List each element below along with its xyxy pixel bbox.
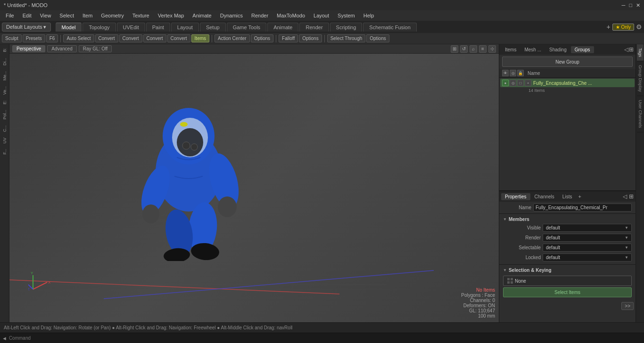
rp-tab-groups[interactable]: Groups [571,46,594,53]
options2-button[interactable]: Options [299,34,322,42]
selectable-dropdown[interactable]: default ▼ [543,244,632,252]
menu-select[interactable]: Select [56,12,78,19]
vp-rotate-icon[interactable]: ↺ [460,45,468,53]
tab-setup[interactable]: Setup [200,23,226,32]
tab-schematic-fusion[interactable]: Schematic Fusion [363,23,416,32]
group-plus-icon[interactable]: + [525,80,531,86]
menu-dynamics[interactable]: Dynamics [216,12,247,19]
convert3-button[interactable]: Convert [143,34,166,42]
tab-paint[interactable]: Paint [146,23,170,32]
options1-button[interactable]: Options [251,34,273,42]
right-vtab-group-display[interactable]: Group Display [637,61,644,96]
prop-tab-channels[interactable]: Channels [531,193,558,200]
select-through-button[interactable]: Select Through [327,34,366,42]
layout-dropdown[interactable]: Default Layouts ▾ [2,23,51,32]
menu-vertex-map[interactable]: Vertex Map [154,12,188,19]
menu-help[interactable]: Help [360,12,378,19]
render-dropdown[interactable]: default ▼ [543,234,632,242]
f6-button[interactable]: F6 [46,34,58,42]
left-tab-b[interactable]: B: [1,45,8,55]
rp-tab-mesh[interactable]: Mesh ... [520,46,545,53]
none-button[interactable]: None [503,276,632,286]
vp-tab-raygl[interactable]: Ray GL: Off [79,45,112,52]
left-tab-me[interactable]: Me... [1,68,8,83]
action-center-button[interactable]: Action Center [215,34,250,42]
vp-tab-advanced[interactable]: Advanced [47,45,76,52]
menu-system[interactable]: System [334,12,359,19]
members-section-header[interactable]: ▼ Members [503,216,632,223]
prop-tab-properties[interactable]: Properties [501,193,530,200]
prop-expand-icon[interactable]: ⊞ [629,193,634,200]
menu-render[interactable]: Render [248,12,272,19]
tab-layout[interactable]: Layout [171,23,199,32]
maximize-button[interactable]: □ [629,2,632,8]
menu-texture[interactable]: Texture [129,12,153,19]
presets-button[interactable]: Presets [23,34,45,42]
lock-icon[interactable]: 🔒 [517,70,524,76]
vp-fit-icon[interactable]: ⊞ [451,45,458,53]
options3-button[interactable]: Options [366,34,389,42]
tab-animate[interactable]: Animate [267,23,298,32]
right-vtab-user-channels[interactable]: User Channels [637,96,644,132]
tab-topology[interactable]: Topology [83,23,116,32]
minimize-button[interactable]: ─ [622,2,626,8]
visible-dropdown[interactable]: default ▼ [543,224,632,232]
rp-tab-shading[interactable]: Shading [545,46,570,53]
prop-pin-icon[interactable]: ◁ [623,193,627,200]
left-tab-f[interactable]: F... [1,146,8,157]
left-tab-e[interactable]: E: [1,98,8,107]
select-items-button[interactable]: Select Items [503,287,632,297]
vp-more-icon[interactable]: ⊹ [488,45,496,53]
group-eye-icon[interactable]: ● [502,80,509,86]
tab-render[interactable]: Render [299,23,329,32]
new-group-button[interactable]: New Group [502,57,633,67]
rp-tab-items[interactable]: Items [501,46,520,53]
left-tab-pol[interactable]: Pol... [1,107,8,122]
convert4-button[interactable]: Convert [167,34,190,42]
left-tab-uv[interactable]: UV [1,135,8,147]
tab-model[interactable]: Model [56,23,82,32]
sel-keying-header[interactable]: ▼ Selection & Keying [503,267,632,274]
sculpt-button[interactable]: Sculpt [2,34,22,42]
vp-tab-perspective[interactable]: Perspective [12,45,45,52]
group-row[interactable]: ● ◎ □ + Fully_Encapsulating_Che ... [500,79,635,87]
expand-button[interactable]: >> [621,302,634,310]
prop-tab-lists[interactable]: Lists [559,193,576,200]
vp-settings-icon[interactable]: ≡ [479,45,487,53]
falloff-button[interactable]: Falloff [279,34,298,42]
left-tab-c[interactable]: C... [1,122,8,135]
convert2-button[interactable]: Convert [119,34,142,42]
eye-icon[interactable]: 👁 [502,70,509,76]
plus-tab-icon[interactable]: + [606,23,610,31]
locked-dropdown[interactable]: default ▼ [543,253,632,261]
left-tab-di[interactable]: Di... [1,55,8,68]
rp-panel-pin-icon[interactable]: ◁ [624,46,628,53]
menu-geometry[interactable]: Geometry [97,12,127,19]
viewport[interactable]: Perspective Advanced Ray GL: Off ⊞ ↺ ⌕ ≡… [9,44,499,322]
menu-edit[interactable]: Edit [19,12,35,19]
menu-maxtomode[interactable]: MaxToModo [273,12,309,19]
convert1-button[interactable]: Convert [95,34,118,42]
gear-icon[interactable]: ⚙ [636,23,642,31]
tab-scripting[interactable]: Scripting [330,23,363,32]
command-input[interactable] [9,335,642,341]
tab-uvedit[interactable]: UVEdit [117,23,145,32]
tab-game-tools[interactable]: Game Tools [227,23,267,32]
menu-file[interactable]: File [2,12,18,19]
viewport-canvas[interactable]: X Y Z No Items Polygons : Face Channels:… [9,54,499,322]
menu-item[interactable]: Item [79,12,96,19]
menu-animate[interactable]: Animate [189,12,215,19]
right-vtab-tags[interactable]: Tags [637,44,644,61]
rp-panel-expand-icon[interactable]: ⊞ [629,46,634,53]
items-button[interactable]: Items [191,34,209,42]
close-button[interactable]: ✕ [636,2,640,8]
menu-view[interactable]: View [36,12,55,19]
vp-search-icon[interactable]: ⌕ [470,45,477,53]
name-input[interactable] [533,204,632,212]
command-arrow-icon[interactable]: ◄ [2,335,7,341]
group-lock-icon[interactable]: □ [517,80,524,86]
group-render-icon[interactable]: ◎ [510,80,516,86]
left-tab-ve[interactable]: Ve... [1,83,8,98]
prop-tab-add-icon[interactable]: + [576,194,583,199]
menu-layout[interactable]: Layout [310,12,333,19]
